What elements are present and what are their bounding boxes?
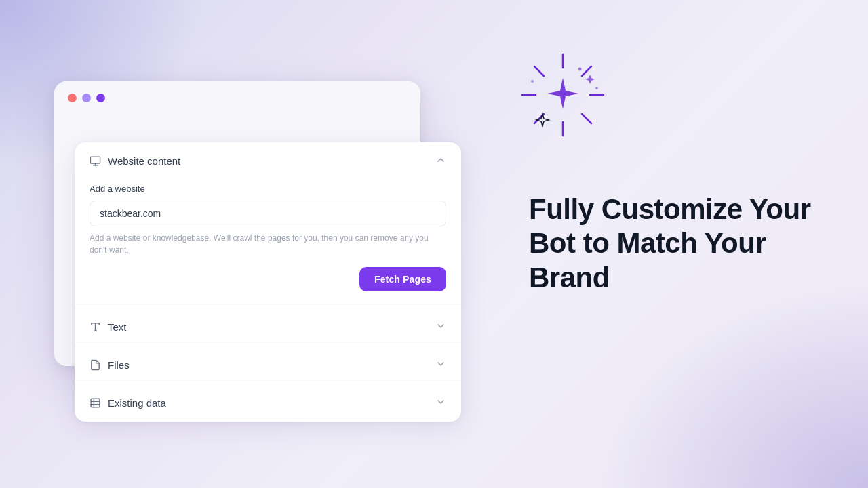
file-icon — [90, 359, 101, 371]
website-hint-text: Add a website or knowledgebase. We'll cr… — [90, 232, 446, 256]
svg-line-7 — [582, 114, 591, 123]
section-label-website-content: Website content — [108, 155, 180, 167]
section-header-text[interactable]: Text — [75, 308, 461, 346]
traffic-light-yellow — [82, 94, 91, 102]
section-label-text: Text — [108, 321, 127, 333]
traffic-light-green — [96, 94, 105, 102]
svg-point-10 — [531, 80, 534, 83]
svg-rect-11 — [90, 157, 100, 163]
chevron-down-icon-existing-data — [435, 396, 446, 409]
headline-text: Fully Customize Your Bot to Match Your B… — [529, 192, 814, 295]
section-header-left-existing-data: Existing data — [90, 397, 166, 409]
chevron-up-icon — [435, 155, 446, 167]
website-url-input[interactable] — [90, 201, 446, 226]
section-header-existing-data[interactable]: Existing data — [75, 384, 461, 422]
chevron-down-icon-text — [435, 321, 446, 333]
svg-rect-16 — [91, 399, 100, 407]
fetch-btn-row: Fetch Pages — [90, 267, 446, 291]
section-header-left-website: Website content — [90, 155, 180, 167]
section-header-files[interactable]: Files — [75, 346, 461, 384]
section-label-files: Files — [108, 359, 130, 371]
section-existing-data: Existing data — [75, 384, 461, 422]
add-website-label: Add a website — [90, 184, 446, 194]
svg-point-9 — [595, 87, 598, 89]
headline-line1: Fully Customize Your — [529, 193, 811, 225]
monitor-icon — [90, 155, 101, 167]
svg-line-6 — [534, 114, 544, 123]
browser-window: Website content Add a website Add a webs… — [54, 81, 420, 366]
section-header-left-files: Files — [90, 359, 130, 371]
section-header-website-content[interactable]: Website content — [75, 142, 461, 180]
section-text: Text — [75, 308, 461, 346]
section-label-existing-data: Existing data — [108, 397, 166, 409]
svg-line-5 — [582, 66, 591, 76]
sparkle-svg — [509, 41, 617, 149]
section-website-content: Website content Add a website Add a webs… — [75, 142, 461, 308]
headline-area: Fully Customize Your Bot to Match Your B… — [529, 192, 814, 295]
text-icon — [90, 321, 101, 333]
section-files: Files — [75, 346, 461, 384]
sparkle-decoration — [509, 41, 617, 149]
svg-line-4 — [534, 66, 544, 76]
traffic-light-red — [68, 94, 77, 102]
section-body-website-content: Add a website Add a website or knowledge… — [75, 180, 461, 308]
headline-line2: Bot to Match Your Brand — [529, 228, 766, 293]
fetch-pages-button[interactable]: Fetch Pages — [359, 267, 446, 291]
section-header-left-text: Text — [90, 321, 127, 333]
bg-blob-bottom-right — [597, 285, 868, 488]
svg-point-8 — [578, 68, 582, 71]
browser-titlebar — [54, 81, 420, 112]
chevron-down-icon-files — [435, 359, 446, 371]
table-icon — [90, 397, 101, 409]
content-panel: Website content Add a website Add a webs… — [75, 142, 461, 422]
